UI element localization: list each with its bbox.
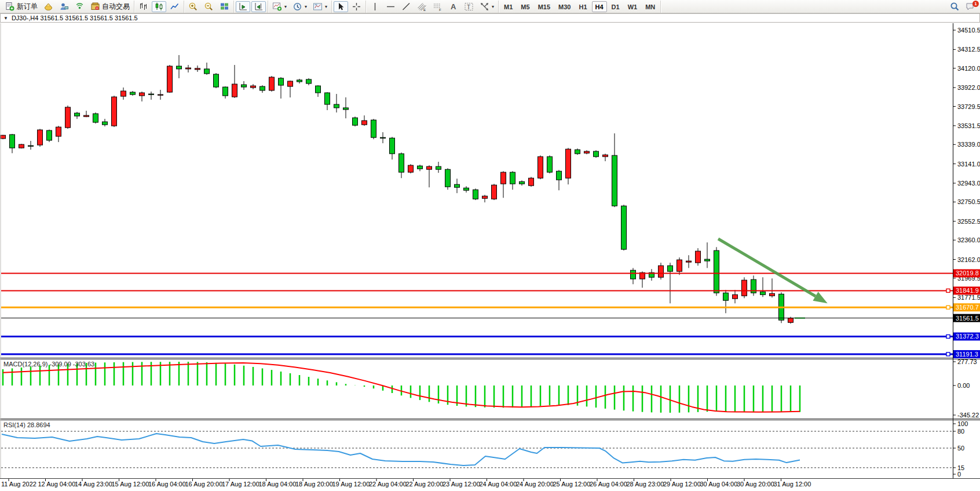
chevron-down-icon[interactable]: ▾ <box>492 4 494 9</box>
signals-button[interactable] <box>72 1 87 12</box>
indicators-button[interactable]: ▾ <box>270 1 289 12</box>
time-tick-label: 18 Aug 20:00 <box>295 481 333 488</box>
candle <box>130 92 136 94</box>
templates-button[interactable]: ▾ <box>310 1 330 12</box>
candle <box>167 66 173 92</box>
candle <box>1 135 6 139</box>
trendline-button[interactable] <box>399 1 414 12</box>
line-handle[interactable] <box>946 352 950 356</box>
macd-axis-label: 0.00 <box>957 382 970 389</box>
line-chart-button[interactable] <box>167 1 182 12</box>
candle <box>93 114 98 122</box>
candle <box>501 172 506 184</box>
tf-M30[interactable]: M30 <box>555 1 574 12</box>
bar-chart-icon <box>138 2 148 12</box>
accounts-button[interactable] <box>57 1 71 12</box>
line-handle[interactable] <box>946 289 950 292</box>
new-order-button[interactable]: 新订单 <box>3 1 40 12</box>
tile-windows-button[interactable] <box>217 1 232 12</box>
candle <box>547 157 553 172</box>
candle <box>65 107 71 128</box>
auto-trading-button[interactable]: 自动交易 <box>88 1 132 12</box>
rsi-axis-label: 50 <box>957 445 964 452</box>
candle <box>343 108 349 110</box>
candle <box>584 151 590 153</box>
tf-M5[interactable]: M5 <box>517 1 533 12</box>
vertical-line-button[interactable] <box>368 1 382 12</box>
candle <box>492 185 497 199</box>
bar-chart-button[interactable] <box>136 1 151 12</box>
new-order-icon <box>5 2 15 12</box>
arrows-button[interactable]: ▾ <box>477 1 496 12</box>
chevron-down-icon[interactable]: ▾ <box>284 4 287 9</box>
text-button[interactable]: A <box>446 1 460 12</box>
zoom-group <box>184 1 234 13</box>
chevron-down-icon[interactable]: ▾ <box>325 4 327 9</box>
candle <box>408 165 414 172</box>
funds-button[interactable] <box>41 1 56 12</box>
price-tick-label: 33729.5 <box>957 103 980 110</box>
tf-W1[interactable]: W1 <box>624 1 641 12</box>
time-axis[interactable]: 11 Aug 202212 Aug 04:0014 Aug 23:0015 Au… <box>1 479 811 488</box>
candlestick-button[interactable] <box>152 1 166 12</box>
svg-text:F: F <box>439 8 441 11</box>
line-handle[interactable] <box>946 305 950 309</box>
tf-H4[interactable]: H4 <box>592 1 607 12</box>
chart-titlebar: ▼ DJ30-,H4 31561.5 31561.5 31561.5 31561… <box>0 13 980 23</box>
chart-shift-button[interactable] <box>251 1 266 12</box>
candle <box>381 137 386 138</box>
candle <box>158 94 163 95</box>
candlestick-icon <box>154 2 164 12</box>
periods-button[interactable]: ▾ <box>290 1 309 12</box>
rsi-label: RSI(14) 28.8694 <box>3 421 50 428</box>
auto-scroll-button[interactable] <box>236 1 250 12</box>
tf-M1[interactable]: M1 <box>500 1 516 12</box>
candle <box>399 154 404 172</box>
price-chart[interactable]: MACD(12,26,9) -309.09 -303.63RSI(14) 28.… <box>0 0 980 491</box>
equidistant-channel-icon: E <box>417 2 427 12</box>
cursor-button[interactable] <box>334 1 348 12</box>
price-tick-label: 33922.0 <box>957 84 980 91</box>
candle <box>38 130 43 145</box>
time-tick-label: 25 Aug 12:00 <box>553 481 591 488</box>
search-button[interactable] <box>950 2 960 12</box>
tf-D1[interactable]: D1 <box>608 1 623 12</box>
text-label-button[interactable]: T <box>462 1 476 12</box>
zoom-in-button[interactable] <box>186 1 200 12</box>
time-tick-label: 12 Aug 04:00 <box>38 481 76 488</box>
zoom-in-icon <box>188 2 198 12</box>
crosshair-button[interactable] <box>349 1 364 12</box>
horizontal-line-button[interactable] <box>383 1 398 12</box>
candle <box>742 280 747 296</box>
candle <box>557 171 562 180</box>
time-tick-label: 31 Aug 12:00 <box>774 481 811 488</box>
tf-M15[interactable]: M15 <box>535 1 554 12</box>
price-tick-label: 34120.0 <box>957 65 980 72</box>
tf-MN[interactable]: MN <box>642 1 659 12</box>
candle <box>668 265 673 271</box>
zoom-out-button[interactable] <box>202 1 216 12</box>
macd-axis-label: 277.73 <box>957 358 977 365</box>
fibonacci-button[interactable]: F <box>430 1 445 12</box>
time-tick-label: 22 Aug 20:00 <box>406 481 444 488</box>
line-chart-icon <box>170 2 180 12</box>
chevron-down-icon[interactable]: ▾ <box>305 4 307 9</box>
candle <box>575 150 580 154</box>
candle <box>149 94 154 94</box>
indicators-icon <box>272 2 282 12</box>
accounts-icon <box>59 2 69 12</box>
chat-button[interactable]: 1 <box>966 2 975 12</box>
macd-label: MACD(12,26,9) -309.09 -303.63 <box>3 361 94 368</box>
auto-trading-button-label: 自动交易 <box>102 2 130 12</box>
line-handle[interactable] <box>946 334 950 338</box>
chart-shift-icon <box>254 2 264 12</box>
candle <box>242 85 247 87</box>
candle <box>214 74 219 87</box>
price-tick-label: 31771.5 <box>957 294 980 301</box>
channel-button[interactable]: E <box>415 1 429 12</box>
chart-collapse-icon[interactable]: ▼ <box>3 16 8 21</box>
text-label-icon: T <box>464 2 474 12</box>
candle <box>686 261 692 262</box>
auto-trading-icon <box>90 2 100 12</box>
tf-H1[interactable]: H1 <box>575 1 590 12</box>
